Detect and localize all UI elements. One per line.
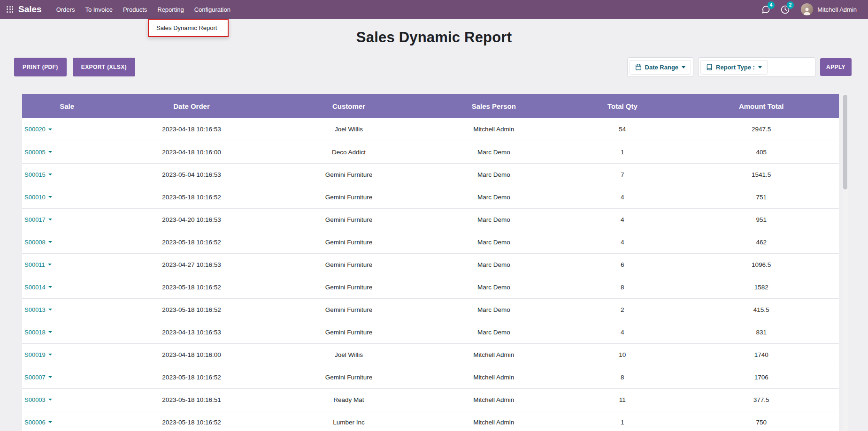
calendar-icon: [635, 64, 642, 70]
user-menu[interactable]: Mitchell Admin: [801, 3, 857, 15]
table-row: S000202023-04-18 10:16:53Joel WillisMitc…: [22, 118, 839, 141]
cell-total-qty: 8: [561, 366, 684, 388]
cell-sale: S00019: [22, 343, 112, 366]
messages-button[interactable]: 4: [761, 5, 770, 14]
nav-item-to-invoice[interactable]: To Invoice: [80, 0, 118, 19]
column-header-sale: Sale: [22, 94, 112, 118]
cell-sales-person: Mitchell Admin: [426, 343, 561, 366]
cell-amount-total: 951: [684, 208, 839, 231]
column-header-total-qty: Total Qty: [561, 94, 684, 118]
cell-date-order: 2023-04-18 10:16:53: [112, 118, 271, 141]
cell-sale: S00006: [22, 411, 112, 431]
chevron-down-icon: [48, 264, 52, 265]
cell-date-order: 2023-05-18 10:16:52: [112, 186, 271, 208]
cell-total-qty: 2: [561, 298, 684, 321]
report-type-button[interactable]: Report Type :: [700, 60, 768, 75]
table-row: S000082023-05-18 10:16:52Gemini Furnitur…: [22, 231, 839, 253]
navbar-menu: OrdersTo InvoiceProductsReportingConfigu…: [51, 0, 236, 19]
apps-menu-icon[interactable]: [7, 6, 14, 13]
column-header-amount-total: Amount Total: [684, 94, 839, 118]
table-row: S000172023-04-20 10:16:53Gemini Furnitur…: [22, 208, 839, 231]
sale-link[interactable]: S00010: [24, 194, 52, 201]
cell-customer: Gemini Furniture: [271, 186, 427, 208]
cell-date-order: 2023-05-18 10:16:52: [112, 366, 271, 388]
cell-amount-total: 415.5: [684, 298, 839, 321]
sale-link[interactable]: S00006: [24, 419, 52, 426]
print-pdf-button[interactable]: PRINT (PDF): [14, 58, 67, 76]
cell-amount-total: 831: [684, 321, 839, 343]
cell-sales-person: Marc Demo: [426, 208, 561, 231]
activities-badge: 2: [787, 1, 794, 9]
chevron-down-icon: [48, 196, 52, 198]
cell-amount-total: 1541.5: [684, 163, 839, 186]
report-table-head: SaleDate OrderCustomerSales PersonTotal …: [22, 94, 839, 118]
sale-link[interactable]: S00013: [24, 306, 52, 313]
main-content: Sales Dynamic Report PRINT (PDF) EXPORT …: [0, 29, 868, 431]
cell-total-qty: 8: [561, 276, 684, 298]
table-scrollbar-track[interactable]: [843, 94, 848, 431]
cell-sales-person: Marc Demo: [426, 186, 561, 208]
navbar-right: 4 2 Mitchell Admin: [751, 3, 857, 15]
cell-amount-total: 377.5: [684, 388, 839, 411]
cell-sales-person: Mitchell Admin: [426, 388, 561, 411]
column-header-date-order: Date Order: [112, 94, 271, 118]
column-header-sales-person: Sales Person: [426, 94, 561, 118]
toolbar: PRINT (PDF) EXPORT (XLSX) Date Range: [14, 57, 852, 77]
chevron-down-icon: [48, 309, 52, 310]
app-brand[interactable]: Sales: [18, 4, 42, 15]
cell-sale: S00007: [22, 366, 112, 388]
date-range-button[interactable]: Date Range: [630, 60, 691, 75]
sale-link[interactable]: S00005: [24, 149, 52, 156]
cell-amount-total: 405: [684, 141, 839, 163]
table-row: S000192023-04-18 10:16:00Joel WillisMitc…: [22, 343, 839, 366]
person-icon: [802, 6, 812, 15]
cell-customer: Lumber Inc: [271, 411, 427, 431]
user-name: Mitchell Admin: [817, 6, 857, 13]
table-scrollbar-thumb[interactable]: [843, 95, 847, 189]
activities-button[interactable]: 2: [781, 5, 790, 14]
cell-sales-person: Marc Demo: [426, 231, 561, 253]
sale-link[interactable]: S00020: [24, 126, 52, 133]
sale-link[interactable]: S00019: [24, 351, 52, 358]
sale-link[interactable]: S00015: [24, 171, 52, 178]
cell-sales-person: Mitchell Admin: [426, 366, 561, 388]
export-xlsx-button[interactable]: EXPORT (XLSX): [73, 58, 135, 76]
cell-date-order: 2023-04-27 10:16:53: [112, 253, 271, 276]
nav-item-reporting[interactable]: Reporting: [152, 0, 189, 19]
cell-customer: Gemini Furniture: [271, 298, 427, 321]
date-range-box: Date Range: [627, 57, 694, 77]
sale-link[interactable]: S00014: [24, 284, 52, 291]
cell-total-qty: 10: [561, 343, 684, 366]
chevron-down-icon: [48, 286, 52, 288]
cell-sales-person: Marc Demo: [426, 298, 561, 321]
cell-amount-total: 1582: [684, 276, 839, 298]
cell-sales-person: Marc Demo: [426, 141, 561, 163]
cell-amount-total: 750: [684, 411, 839, 431]
cell-total-qty: 54: [561, 118, 684, 141]
cell-sale: S00013: [22, 298, 112, 321]
nav-item-products[interactable]: Products: [118, 0, 152, 19]
toolbar-left: PRINT (PDF) EXPORT (XLSX): [14, 58, 135, 76]
sale-link[interactable]: S00003: [24, 396, 52, 403]
cell-date-order: 2023-04-18 10:16:00: [112, 343, 271, 366]
sale-link[interactable]: S00018: [24, 329, 52, 336]
cell-amount-total: 2947.5: [684, 118, 839, 141]
report-table-container: SaleDate OrderCustomerSales PersonTotal …: [22, 94, 848, 431]
cell-sales-person: Mitchell Admin: [426, 118, 561, 141]
sale-link[interactable]: S00007: [24, 374, 52, 381]
chevron-down-icon: [758, 66, 762, 68]
table-row: S000132023-05-18 10:16:52Gemini Furnitur…: [22, 298, 839, 321]
cell-customer: Deco Addict: [271, 141, 427, 163]
sale-link[interactable]: S00011: [24, 261, 52, 268]
chevron-down-icon: [48, 399, 52, 401]
menu-item-sales-dynamic-report[interactable]: Sales Dynamic Report: [149, 20, 228, 36]
sale-link[interactable]: S00008: [24, 239, 52, 246]
nav-item-configuration[interactable]: Configuration: [189, 0, 236, 19]
cell-total-qty: 7: [561, 163, 684, 186]
nav-item-orders[interactable]: Orders: [51, 0, 80, 19]
cell-amount-total: 1706: [684, 366, 839, 388]
sale-link[interactable]: S00017: [24, 216, 52, 223]
table-row: S000072023-05-18 10:16:52Gemini Furnitur…: [22, 366, 839, 388]
apply-button[interactable]: APPLY: [820, 58, 852, 76]
cell-customer: Gemini Furniture: [271, 231, 427, 253]
